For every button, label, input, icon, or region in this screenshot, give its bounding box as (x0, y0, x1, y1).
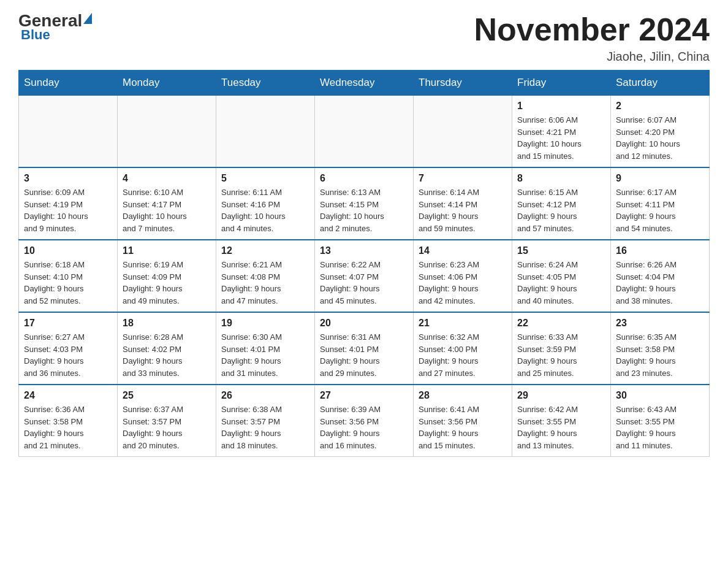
calendar-cell: 17Sunrise: 6:27 AM Sunset: 4:03 PM Dayli… (19, 312, 118, 385)
day-number: 27 (320, 390, 408, 401)
page-header: General Blue November 2024 Jiaohe, Jilin… (18, 12, 710, 64)
day-info: Sunrise: 6:38 AM Sunset: 3:57 PM Dayligh… (221, 404, 309, 451)
day-info: Sunrise: 6:17 AM Sunset: 4:11 PM Dayligh… (616, 186, 704, 234)
day-info: Sunrise: 6:36 AM Sunset: 3:58 PM Dayligh… (24, 404, 112, 451)
calendar-cell: 15Sunrise: 6:24 AM Sunset: 4:05 PM Dayli… (512, 240, 611, 312)
day-info: Sunrise: 6:21 AM Sunset: 4:08 PM Dayligh… (221, 259, 309, 307)
calendar-cell: 1Sunrise: 6:06 AM Sunset: 4:21 PM Daylig… (512, 96, 611, 168)
calendar-cell (216, 96, 315, 168)
calendar-cell: 5Sunrise: 6:11 AM Sunset: 4:16 PM Daylig… (216, 167, 315, 240)
day-number: 13 (320, 245, 408, 256)
weekday-header-wednesday: Wednesday (315, 71, 414, 96)
day-number: 12 (221, 245, 309, 256)
day-number: 2 (616, 101, 704, 112)
day-info: Sunrise: 6:07 AM Sunset: 4:20 PM Dayligh… (616, 114, 704, 162)
month-title: November 2024 (474, 12, 710, 47)
weekday-header-sunday: Sunday (19, 71, 118, 96)
weekday-header-tuesday: Tuesday (216, 71, 315, 96)
weekday-header-saturday: Saturday (611, 71, 710, 96)
calendar-cell: 27Sunrise: 6:39 AM Sunset: 3:56 PM Dayli… (315, 385, 414, 457)
calendar-cell: 20Sunrise: 6:31 AM Sunset: 4:01 PM Dayli… (315, 312, 414, 385)
day-info: Sunrise: 6:31 AM Sunset: 4:01 PM Dayligh… (320, 331, 408, 379)
day-info: Sunrise: 6:24 AM Sunset: 4:05 PM Dayligh… (517, 259, 605, 307)
calendar-cell: 22Sunrise: 6:33 AM Sunset: 3:59 PM Dayli… (512, 312, 611, 385)
calendar-cell: 30Sunrise: 6:43 AM Sunset: 3:55 PM Dayli… (611, 385, 710, 457)
calendar-cell: 19Sunrise: 6:30 AM Sunset: 4:01 PM Dayli… (216, 312, 315, 385)
day-number: 14 (419, 245, 507, 256)
day-info: Sunrise: 6:19 AM Sunset: 4:09 PM Dayligh… (123, 259, 211, 307)
calendar-cell: 24Sunrise: 6:36 AM Sunset: 3:58 PM Dayli… (19, 385, 118, 457)
calendar-cell (118, 96, 216, 168)
day-number: 9 (616, 173, 704, 184)
day-info: Sunrise: 6:35 AM Sunset: 3:58 PM Dayligh… (616, 331, 704, 379)
day-number: 30 (616, 390, 704, 401)
calendar-cell: 21Sunrise: 6:32 AM Sunset: 4:00 PM Dayli… (414, 312, 512, 385)
calendar-cell: 8Sunrise: 6:15 AM Sunset: 4:12 PM Daylig… (512, 167, 611, 240)
week-row-1: 1Sunrise: 6:06 AM Sunset: 4:21 PM Daylig… (19, 96, 710, 168)
calendar-cell: 25Sunrise: 6:37 AM Sunset: 3:57 PM Dayli… (118, 385, 216, 457)
calendar-cell: 4Sunrise: 6:10 AM Sunset: 4:17 PM Daylig… (118, 167, 216, 240)
weekday-header-monday: Monday (118, 71, 216, 96)
day-number: 1 (517, 101, 605, 112)
day-info: Sunrise: 6:06 AM Sunset: 4:21 PM Dayligh… (517, 114, 605, 162)
day-info: Sunrise: 6:11 AM Sunset: 4:16 PM Dayligh… (221, 186, 309, 234)
calendar-table: SundayMondayTuesdayWednesdayThursdayFrid… (18, 70, 710, 457)
day-info: Sunrise: 6:13 AM Sunset: 4:15 PM Dayligh… (320, 186, 408, 234)
day-info: Sunrise: 6:33 AM Sunset: 3:59 PM Dayligh… (517, 331, 605, 379)
day-number: 11 (123, 245, 211, 256)
day-info: Sunrise: 6:41 AM Sunset: 3:56 PM Dayligh… (419, 404, 507, 451)
day-number: 3 (24, 173, 112, 184)
calendar-cell: 14Sunrise: 6:23 AM Sunset: 4:06 PM Dayli… (414, 240, 512, 312)
day-number: 29 (517, 390, 605, 401)
day-number: 18 (123, 318, 211, 329)
day-number: 24 (24, 390, 112, 401)
day-info: Sunrise: 6:18 AM Sunset: 4:10 PM Dayligh… (24, 259, 112, 307)
calendar-cell: 28Sunrise: 6:41 AM Sunset: 3:56 PM Dayli… (414, 385, 512, 457)
day-number: 22 (517, 318, 605, 329)
day-info: Sunrise: 6:43 AM Sunset: 3:55 PM Dayligh… (616, 404, 704, 451)
calendar-cell: 12Sunrise: 6:21 AM Sunset: 4:08 PM Dayli… (216, 240, 315, 312)
day-number: 7 (419, 173, 507, 184)
calendar-cell: 11Sunrise: 6:19 AM Sunset: 4:09 PM Dayli… (118, 240, 216, 312)
week-row-3: 10Sunrise: 6:18 AM Sunset: 4:10 PM Dayli… (19, 240, 710, 312)
day-number: 25 (123, 390, 211, 401)
calendar-cell: 10Sunrise: 6:18 AM Sunset: 4:10 PM Dayli… (19, 240, 118, 312)
day-info: Sunrise: 6:28 AM Sunset: 4:02 PM Dayligh… (123, 331, 211, 379)
logo-blue-text: Blue (21, 27, 50, 43)
day-info: Sunrise: 6:14 AM Sunset: 4:14 PM Dayligh… (419, 186, 507, 234)
calendar-cell: 6Sunrise: 6:13 AM Sunset: 4:15 PM Daylig… (315, 167, 414, 240)
day-info: Sunrise: 6:15 AM Sunset: 4:12 PM Dayligh… (517, 186, 605, 234)
logo: General Blue (18, 12, 92, 43)
day-number: 19 (221, 318, 309, 329)
day-info: Sunrise: 6:39 AM Sunset: 3:56 PM Dayligh… (320, 404, 408, 451)
day-number: 4 (123, 173, 211, 184)
day-info: Sunrise: 6:10 AM Sunset: 4:17 PM Dayligh… (123, 186, 211, 234)
calendar-cell (19, 96, 118, 168)
day-number: 6 (320, 173, 408, 184)
calendar-cell: 18Sunrise: 6:28 AM Sunset: 4:02 PM Dayli… (118, 312, 216, 385)
weekday-header-friday: Friday (512, 71, 611, 96)
calendar-cell: 13Sunrise: 6:22 AM Sunset: 4:07 PM Dayli… (315, 240, 414, 312)
day-number: 21 (419, 318, 507, 329)
weekday-header-row: SundayMondayTuesdayWednesdayThursdayFrid… (19, 71, 710, 96)
calendar-cell: 16Sunrise: 6:26 AM Sunset: 4:04 PM Dayli… (611, 240, 710, 312)
day-number: 5 (221, 173, 309, 184)
day-number: 28 (419, 390, 507, 401)
calendar-cell: 2Sunrise: 6:07 AM Sunset: 4:20 PM Daylig… (611, 96, 710, 168)
day-number: 8 (517, 173, 605, 184)
day-info: Sunrise: 6:42 AM Sunset: 3:55 PM Dayligh… (517, 404, 605, 451)
calendar-cell: 7Sunrise: 6:14 AM Sunset: 4:14 PM Daylig… (414, 167, 512, 240)
week-row-2: 3Sunrise: 6:09 AM Sunset: 4:19 PM Daylig… (19, 167, 710, 240)
day-number: 10 (24, 245, 112, 256)
calendar-cell (315, 96, 414, 168)
title-block: November 2024 Jiaohe, Jilin, China (474, 12, 710, 64)
calendar-cell: 23Sunrise: 6:35 AM Sunset: 3:58 PM Dayli… (611, 312, 710, 385)
day-info: Sunrise: 6:09 AM Sunset: 4:19 PM Dayligh… (24, 186, 112, 234)
day-info: Sunrise: 6:30 AM Sunset: 4:01 PM Dayligh… (221, 331, 309, 379)
day-number: 23 (616, 318, 704, 329)
calendar-cell: 26Sunrise: 6:38 AM Sunset: 3:57 PM Dayli… (216, 385, 315, 457)
location: Jiaohe, Jilin, China (474, 50, 710, 64)
calendar-cell: 9Sunrise: 6:17 AM Sunset: 4:11 PM Daylig… (611, 167, 710, 240)
day-info: Sunrise: 6:37 AM Sunset: 3:57 PM Dayligh… (123, 404, 211, 451)
logo-triangle-icon (83, 13, 92, 24)
